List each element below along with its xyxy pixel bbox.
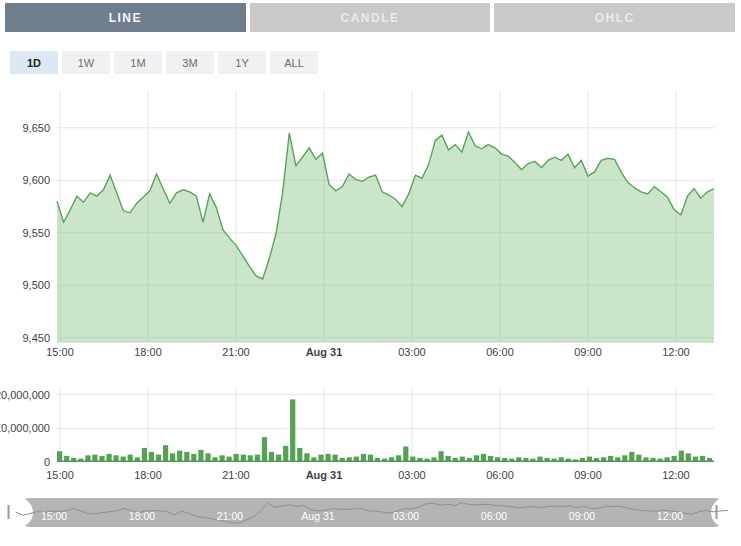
range-1y[interactable]: 1Y <box>218 51 266 74</box>
chart-canvas: 9,6509,6009,5509,5009,45015:0018:0021:00… <box>0 0 741 546</box>
volume-bar <box>198 450 203 462</box>
volume-time-label: 21:00 <box>222 469 250 481</box>
volume-bar <box>262 437 267 462</box>
time-axis-label: 09:00 <box>574 346 602 358</box>
volume-bar <box>439 451 444 462</box>
range-3m[interactable]: 3M <box>166 51 214 74</box>
time-axis-label: 12:00 <box>662 346 690 358</box>
time-axis-label: 06:00 <box>486 346 514 358</box>
range-selector: 1D1W1M3M1YALL <box>10 51 741 74</box>
navigator-scrollbar[interactable]: 15:0018:0021:00Aug 3103:0006:0009:0012:0… <box>3 498 741 528</box>
volume-bar <box>177 451 182 462</box>
price-chart[interactable]: 9,6509,6009,5509,5009,45015:0018:0021:00… <box>22 90 714 358</box>
time-axis-label: 18:00 <box>134 346 162 358</box>
volume-bar <box>290 399 295 462</box>
nav-thumb[interactable] <box>16 498 728 527</box>
volume-bar <box>57 451 62 462</box>
nav-label: 18:00 <box>129 510 155 522</box>
price-axis-label: 9,450 <box>22 332 50 344</box>
nav-label: 12:00 <box>657 510 683 522</box>
range-all[interactable]: ALL <box>270 51 318 74</box>
volume-bar <box>403 447 408 463</box>
nav-label: 21:00 <box>217 510 243 522</box>
volume-chart[interactable]: 20,000,00010,000,000015:0018:0021:00Aug … <box>0 388 714 481</box>
volume-axis-label: 20,000,000 <box>0 389 50 401</box>
nav-label: 03:00 <box>393 510 419 522</box>
time-axis-label: Aug 31 <box>306 346 343 358</box>
range-1w[interactable]: 1W <box>62 51 110 74</box>
volume-axis-label: 10,000,000 <box>0 422 50 434</box>
time-axis-label: 03:00 <box>398 346 426 358</box>
volume-axis-label: 0 <box>44 456 50 468</box>
volume-bar <box>163 445 168 462</box>
volume-time-label: 06:00 <box>486 469 514 481</box>
volume-time-label: 03:00 <box>398 469 426 481</box>
time-axis-label: 15:00 <box>46 346 74 358</box>
range-1d[interactable]: 1D <box>10 51 58 74</box>
nav-label: 06:00 <box>481 510 507 522</box>
tab-ohlc[interactable]: OHLC <box>494 3 735 32</box>
volume-bar <box>679 451 684 462</box>
volume-time-label: 09:00 <box>574 469 602 481</box>
stock-chart-app: LINECANDLEOHLC 1D1W1M3M1YALL 9,6509,6009… <box>0 0 741 546</box>
price-axis-label: 9,500 <box>22 279 50 291</box>
volume-time-label: 12:00 <box>662 469 690 481</box>
chart-type-tabs: LINECANDLEOHLC <box>0 0 741 32</box>
nav-label: 09:00 <box>569 510 595 522</box>
price-area <box>57 132 714 342</box>
tab-candle[interactable]: CANDLE <box>250 3 491 32</box>
volume-bar <box>283 446 288 462</box>
price-axis-label: 9,600 <box>22 174 50 186</box>
nav-label: Aug 31 <box>301 510 334 522</box>
volume-bar <box>297 448 302 462</box>
nav-label: 15:00 <box>41 510 67 522</box>
price-axis-label: 9,650 <box>22 122 50 134</box>
volume-time-label: 15:00 <box>46 469 74 481</box>
range-1m[interactable]: 1M <box>114 51 162 74</box>
price-axis-label: 9,550 <box>22 227 50 239</box>
volume-time-label: 18:00 <box>134 469 162 481</box>
tab-line[interactable]: LINE <box>5 3 246 32</box>
time-axis-label: 21:00 <box>222 346 250 358</box>
volume-bar <box>142 448 147 462</box>
volume-time-label: Aug 31 <box>306 469 343 481</box>
